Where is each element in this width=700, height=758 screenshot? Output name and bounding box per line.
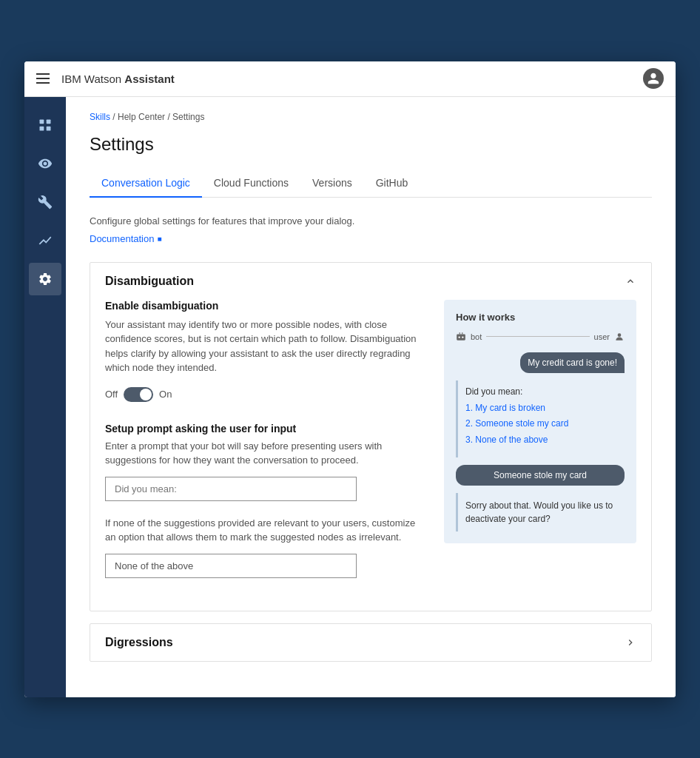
digressions-section: Digressions <box>90 623 652 662</box>
svg-rect-5 <box>460 332 460 334</box>
breadcrumb: Skills / Help Center / Settings <box>90 112 652 122</box>
user-icon <box>614 332 625 342</box>
bot-icon <box>456 332 466 342</box>
setup-prompt-desc: Enter a prompt that your bot will say be… <box>105 439 426 468</box>
how-it-works-panel: How it works bot user <box>444 300 636 544</box>
user-bubble: My credit card is gone! <box>520 352 625 373</box>
disambiguation-body: Enable disambiguation Your assistant may… <box>90 300 651 611</box>
did-you-mean-input[interactable] <box>105 477 357 501</box>
sidebar-item-skills[interactable] <box>29 109 61 141</box>
content-inner: Skills / Help Center / Settings Settings… <box>66 97 676 697</box>
how-it-works-title: How it works <box>456 312 625 323</box>
toggle-row: Off On <box>105 387 426 402</box>
suggestion-list: 1. My card is broken 2. Someone stole my… <box>465 400 617 449</box>
description-text: Configure global settings for features t… <box>90 215 652 227</box>
svg-point-7 <box>459 336 460 338</box>
sidebar-item-preview[interactable] <box>29 147 61 180</box>
left-column: Enable disambiguation Your assistant may… <box>105 300 426 593</box>
breadcrumb-skills[interactable]: Skills <box>90 112 110 122</box>
sidebar <box>24 97 66 697</box>
setup-prompt-title: Setup prompt asking the user for input <box>105 423 426 435</box>
suggestion-2[interactable]: 2. Someone stole my card <box>465 416 617 432</box>
external-link-icon: ■ <box>157 235 161 243</box>
svg-point-9 <box>618 333 622 337</box>
bot-response: Sorry about that. Would you like us to d… <box>456 493 625 531</box>
documentation-link[interactable]: Documentation ■ <box>90 233 162 244</box>
sidebar-item-tools[interactable] <box>29 186 61 218</box>
disambiguation-toggle[interactable] <box>124 387 153 402</box>
digressions-title: Digressions <box>105 636 173 649</box>
digressions-header[interactable]: Digressions <box>90 624 651 661</box>
content-area: Skills / Help Center / Settings Settings… <box>66 97 676 697</box>
main-layout: Skills / Help Center / Settings Settings… <box>24 97 676 697</box>
disambiguation-header[interactable]: Disambiguation <box>90 263 651 300</box>
tab-versions[interactable]: Versions <box>300 170 364 198</box>
tab-cloud-functions[interactable]: Cloud Functions <box>202 170 300 198</box>
svg-rect-2 <box>40 126 44 130</box>
toggle-off-label: Off <box>105 389 118 400</box>
bot-label: bot <box>471 332 482 341</box>
suggestion-1[interactable]: 1. My card is broken <box>465 400 617 417</box>
disambiguation-section: Disambiguation Enable disambiguation You… <box>90 262 652 611</box>
svg-rect-6 <box>462 332 462 334</box>
avatar[interactable] <box>643 68 664 89</box>
toggle-on-label: On <box>159 389 172 400</box>
tab-github[interactable]: GitHub <box>364 170 420 198</box>
app-title: IBM Watson Assistant <box>61 73 643 85</box>
tabs-bar: Conversation Logic Cloud Functions Versi… <box>90 170 652 198</box>
did-you-mean-label: Did you mean: <box>465 386 617 397</box>
suggestion-3[interactable]: 3. None of the above <box>465 432 617 449</box>
app-window: IBM Watson Assistant <box>24 61 676 697</box>
bot-user-line <box>486 336 589 337</box>
menu-button[interactable] <box>36 73 50 84</box>
topbar: IBM Watson Assistant <box>24 61 676 97</box>
sidebar-item-settings[interactable] <box>29 263 61 295</box>
tab-conversation-logic[interactable]: Conversation Logic <box>90 170 202 198</box>
none-of-above-input[interactable] <box>105 554 357 578</box>
toggle-track <box>124 387 153 402</box>
enable-title: Enable disambiguation <box>105 300 426 312</box>
selected-bubble: Someone stole my card <box>456 465 625 486</box>
chevron-right-icon <box>625 637 636 648</box>
sidebar-item-analytics[interactable] <box>29 224 61 257</box>
chevron-up-icon <box>625 275 636 287</box>
svg-rect-3 <box>47 126 51 130</box>
bot-user-row: bot user <box>456 332 625 342</box>
svg-rect-1 <box>47 119 51 124</box>
user-label: user <box>594 332 610 341</box>
svg-point-8 <box>462 336 463 338</box>
disambiguation-title: Disambiguation <box>105 275 194 288</box>
bot-did-you-mean: Did you mean: 1. My card is broken 2. So… <box>456 380 625 458</box>
two-col-layout: Enable disambiguation Your assistant may… <box>105 300 636 593</box>
svg-rect-4 <box>457 334 465 340</box>
page-title: Settings <box>90 134 652 155</box>
svg-rect-0 <box>40 119 44 124</box>
right-column: How it works bot user <box>444 300 636 593</box>
chat-area: My credit card is gone! Did you mean: 1. <box>456 352 625 532</box>
none-desc: If none of the suggestions provided are … <box>105 516 426 545</box>
enable-desc: Your assistant may identify two or more … <box>105 318 426 375</box>
